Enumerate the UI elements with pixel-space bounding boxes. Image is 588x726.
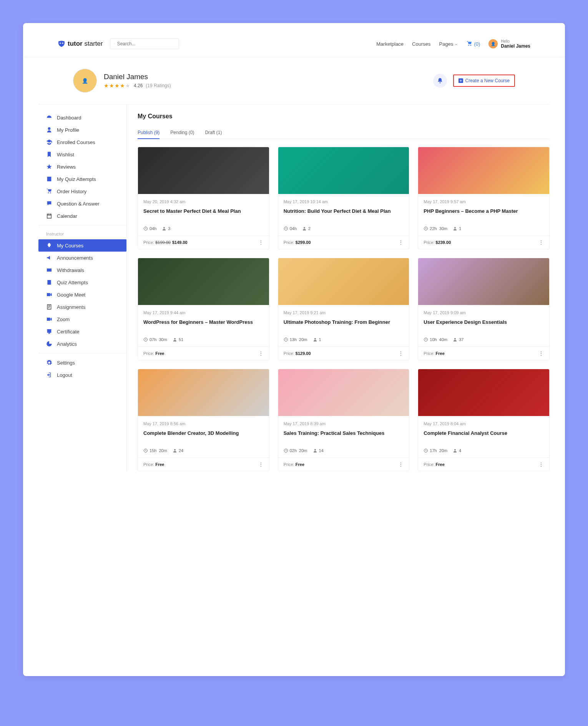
user-icon	[46, 127, 52, 133]
sidebar-item-label: Dashboard	[57, 115, 81, 121]
course-thumbnail	[278, 147, 409, 194]
clock-icon	[284, 337, 288, 342]
profile-header: 👤 Daniel James ★★★★★ 4.26 (19 Ratings) C…	[38, 57, 550, 104]
cart-button[interactable]: (0)	[466, 41, 480, 47]
price-value: $239.00	[436, 240, 451, 245]
people-icon	[313, 337, 317, 342]
sidebar-item-certificate[interactable]: Certificate	[38, 325, 126, 338]
tab-draft-1-[interactable]: Draft (1)	[205, 127, 222, 139]
course-menu-button[interactable]: ⋮	[398, 462, 404, 467]
search-input[interactable]	[117, 41, 175, 46]
sidebar-item-my-profile[interactable]: My Profile	[38, 124, 126, 136]
sidebar-item-analytics[interactable]: Analytics	[38, 338, 126, 350]
sidebar-item-quiz-attempts[interactable]: Quiz Attempts	[38, 276, 126, 288]
price-label: Price:	[143, 240, 155, 245]
sidebar-item-assignments[interactable]: Assignments	[38, 301, 126, 313]
sidebar-item-order-history[interactable]: Order History	[38, 185, 126, 197]
nav-pages-label: Pages	[439, 41, 453, 47]
course-menu-button[interactable]: ⋮	[538, 351, 544, 356]
price-value: $149.00	[172, 240, 188, 245]
course-duration: 07h 30m	[143, 337, 167, 342]
course-students: 3	[162, 226, 170, 231]
notifications-button[interactable]	[433, 74, 447, 88]
sidebar-item-my-courses[interactable]: My Courses	[38, 239, 126, 252]
course-card[interactable]: May 17, 2019 10:14 amNutrition: Build Yo…	[278, 147, 410, 249]
video-icon	[46, 292, 52, 298]
sidebar-item-dashboard[interactable]: Dashboard	[38, 111, 126, 124]
course-menu-button[interactable]: ⋮	[538, 462, 544, 467]
sidebar-item-label: Certificate	[57, 329, 80, 335]
sidebar-item-label: Logout	[57, 372, 72, 378]
people-icon	[453, 448, 457, 453]
course-card[interactable]: May 17, 2019 9:44 amWordPress for Beginn…	[138, 258, 269, 360]
course-menu-button[interactable]: ⋮	[258, 351, 264, 356]
course-card[interactable]: May 17, 2019 8:39 amSales Training: Prac…	[278, 369, 410, 471]
nav-pages[interactable]: Pages ⌄	[439, 41, 458, 47]
tab-pending-0-[interactable]: Pending (0)	[170, 127, 194, 139]
course-card[interactable]: May 17, 2019 8:04 amComplete Financial A…	[418, 369, 550, 471]
course-menu-button[interactable]: ⋮	[398, 351, 404, 356]
sidebar-item-label: Settings	[57, 360, 75, 366]
price-label: Price:	[424, 462, 435, 467]
wallet-icon	[46, 267, 52, 273]
sidebar-item-zoom[interactable]: Zoom	[38, 313, 126, 325]
svg-point-1	[62, 43, 63, 44]
sidebar-item-wishlist[interactable]: Wishlist	[38, 148, 126, 161]
course-card[interactable]: May 17, 2019 9:09 amUser Experience Desi…	[418, 258, 550, 360]
price-label: Price:	[424, 351, 435, 356]
course-duration: 15h 20m	[143, 448, 167, 453]
cert-icon	[46, 328, 52, 335]
course-card[interactable]: May 17, 2019 9:21 amUltimate Photoshop T…	[278, 258, 410, 360]
course-title: User Experience Design Essentials	[424, 319, 544, 332]
course-title: Complete Blender Creator, 3D Modelling	[143, 430, 264, 443]
sidebar-item-announcements[interactable]: Announcements	[38, 252, 126, 264]
user-hello: Hello	[501, 39, 530, 43]
search-box[interactable]	[110, 38, 179, 49]
grad-icon	[46, 139, 52, 145]
price-label: Price:	[284, 240, 296, 245]
tab-publish-9-[interactable]: Publish (9)	[138, 127, 159, 139]
price-value: $129.00	[296, 351, 311, 356]
sidebar-item-label: My Profile	[57, 127, 79, 133]
course-card[interactable]: May 17, 2019 9:57 amPHP Beginners – Beco…	[418, 147, 550, 249]
sidebar-item-label: Quiz Attempts	[57, 280, 88, 285]
sidebar-item-label: Calendar	[57, 213, 77, 219]
course-menu-button[interactable]: ⋮	[398, 240, 404, 245]
sidebar-item-logout[interactable]: Logout	[38, 369, 126, 381]
sidebar-item-reviews[interactable]: Reviews	[38, 161, 126, 173]
sidebar-item-my-quiz-attempts[interactable]: My Quiz Attempts	[38, 173, 126, 185]
sidebar-item-enrolled-courses[interactable]: Enrolled Courses	[38, 136, 126, 148]
course-menu-button[interactable]: ⋮	[258, 240, 264, 245]
course-date: May 17, 2019 8:39 am	[284, 421, 404, 426]
user-menu[interactable]: 👤 Hello Daniel James	[488, 39, 530, 49]
course-students: 51	[173, 337, 183, 342]
sidebar-item-label: My Quiz Attempts	[57, 176, 96, 182]
price-value: Free	[436, 462, 445, 467]
course-card[interactable]: May 20, 2019 4:32 amSecret to Master Per…	[138, 147, 269, 249]
course-duration: 04h	[284, 226, 297, 231]
course-duration: 22h 30m	[424, 226, 447, 231]
people-icon	[313, 448, 317, 453]
price-label: Price:	[143, 462, 155, 467]
sidebar-item-google-meet[interactable]: Google Meet	[38, 288, 126, 301]
course-card[interactable]: May 17, 2019 8:56 amComplete Blender Cre…	[138, 369, 269, 471]
course-grid: May 20, 2019 4:32 amSecret to Master Per…	[138, 147, 550, 471]
price-value: $299.00	[296, 240, 311, 245]
course-date: May 20, 2019 4:32 am	[143, 199, 264, 204]
create-course-button[interactable]: Create a New Course	[453, 75, 515, 87]
sidebar-item-withdrawals[interactable]: Withdrawals	[38, 264, 126, 276]
nav-courses[interactable]: Courses	[412, 41, 430, 47]
course-thumbnail	[418, 369, 549, 416]
sidebar-item-question-answer[interactable]: Question & Answer	[38, 197, 126, 210]
clock-icon	[143, 448, 148, 453]
sidebar-item-label: Question & Answer	[57, 201, 100, 207]
course-menu-button[interactable]: ⋮	[538, 240, 544, 245]
people-icon	[173, 448, 177, 453]
course-duration: 02h 20m	[284, 448, 307, 453]
nav-marketplace[interactable]: Marketplace	[376, 41, 404, 47]
price-label: Price:	[284, 462, 296, 467]
brand-logo[interactable]: tutor starter	[58, 40, 103, 48]
sidebar-item-calendar[interactable]: Calendar	[38, 210, 126, 222]
sidebar-item-settings[interactable]: Settings	[38, 356, 126, 369]
course-menu-button[interactable]: ⋮	[258, 462, 264, 467]
